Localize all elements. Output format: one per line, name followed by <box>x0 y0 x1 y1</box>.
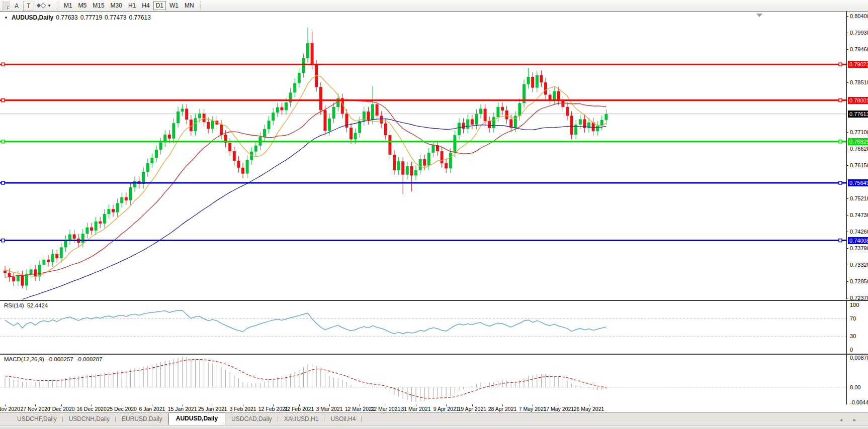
tab-usdcnh-daily[interactable]: USDCNH,Daily <box>63 413 116 425</box>
tab-xauusd-h1[interactable]: XAUUSD,H1 <box>278 413 325 425</box>
tab-scroll-arrows[interactable]: ◄ ► <box>839 417 861 422</box>
price-axis-label: 0.78510 <box>850 79 868 85</box>
rsi-axis-label: 0 <box>850 347 853 353</box>
dropdown-triangle-icon[interactable]: ▼ <box>4 16 8 20</box>
timeframe-button-mn[interactable]: MN <box>182 1 197 10</box>
price-chart-panel[interactable]: ▼ AUDUSD,Daily 0.77633 0.77719 0.77473 0… <box>0 11 868 299</box>
candles-series <box>4 28 607 290</box>
shapes-tool-button[interactable]: ▼ <box>35 1 54 10</box>
price-axis-label: 0.79460 <box>850 46 868 52</box>
horizontal-line[interactable] <box>0 239 846 242</box>
date-axis-label: 9 Apr 2021 <box>433 406 459 412</box>
price-tick <box>846 265 848 265</box>
date-axis-label: 18 Nov 2020 <box>0 406 20 412</box>
price-axis-label: 0.73790 <box>850 245 868 251</box>
price-axis-label: 0.79930 <box>850 30 868 36</box>
date-axis-label: 25 Jan 2021 <box>198 406 227 412</box>
macd-axis-label: 0.008782 <box>850 355 868 361</box>
drawing-tools: AT <box>11 1 35 11</box>
date-axis-label: 19 Apr 2021 <box>458 406 486 412</box>
horizontal-line[interactable] <box>0 140 846 143</box>
horizontal-line[interactable] <box>0 99 846 102</box>
toolbar-separator <box>200 2 201 10</box>
timeframe-button-h1[interactable]: H1 <box>126 1 138 10</box>
horizontal-line[interactable] <box>0 181 846 184</box>
status-bar <box>0 425 868 429</box>
date-axis-label: 7 May 2021 <box>519 406 547 412</box>
tab-usdchf-daily[interactable]: USDCHF,Daily <box>11 413 63 425</box>
date-axis-label: 6 Jan 2021 <box>139 406 165 412</box>
rsi-axis-label: 70 <box>850 315 856 321</box>
price-tick <box>846 198 848 199</box>
timeframe-button-d1[interactable]: D1 <box>153 1 166 10</box>
tab-usoil-h4[interactable]: USOil,H4 <box>324 413 362 425</box>
hline-price-label: 0.79023 <box>848 61 868 68</box>
price-tick <box>846 16 848 17</box>
text-tool-button[interactable]: T <box>23 2 34 11</box>
font-tool-button[interactable]: A <box>11 2 22 11</box>
price-tick <box>846 149 848 149</box>
macd-axis-label: 0.00 <box>850 384 860 390</box>
date-axis-label: 27 Nov 2020 <box>20 406 50 412</box>
timeframe-button-w1[interactable]: W1 <box>167 1 181 10</box>
macd-indicator-panel[interactable]: MACD(12,26,9)-0.000257-0.000287 0.008782… <box>0 354 868 405</box>
chart-title: ▼ AUDUSD,Daily 0.77633 0.77719 0.77473 0… <box>4 14 151 21</box>
price-tick <box>846 215 848 216</box>
timeframe-buttons: M1M5M15M30H1H4D1W1MN <box>61 1 197 10</box>
moving-average-8 <box>5 75 606 276</box>
date-axis-label: 22 Feb 2021 <box>284 406 314 412</box>
hline-price-label: 0.76825 <box>848 138 868 145</box>
date-axis-label: 25 Dec 2020 <box>107 406 137 412</box>
rsi-indicator-panel[interactable]: RSI(14)52.4424 10070300 <box>0 300 868 354</box>
diamond-outline-icon <box>40 3 46 8</box>
tab-eurusd-daily[interactable]: EURUSD,Daily <box>116 413 168 425</box>
ohlc-open: 0.77633 <box>56 14 77 21</box>
rsi-label: RSI(14)52.4424 <box>4 302 48 308</box>
tab-usdcad-daily[interactable]: USDCAD,Daily <box>225 413 278 425</box>
date-axis-label: 26 May 2021 <box>574 406 604 412</box>
timeframe-button-h4[interactable]: H4 <box>139 1 152 10</box>
chart-tab-bar: USDCHF,DailyUSDCNH,DailyEURUSD,DailyAUDU… <box>0 412 868 425</box>
ohlc-close: 0.77613 <box>129 14 150 21</box>
rsi-axis-label: 30 <box>850 333 856 339</box>
price-axis-label: 0.73320 <box>850 262 868 268</box>
price-axis-label: 0.77100 <box>850 129 868 135</box>
price-axis-label: 0.76620 <box>850 146 868 152</box>
current-price-label: 0.77613 <box>848 111 868 118</box>
rsi-line <box>5 310 606 334</box>
macd-signal-line <box>5 360 606 398</box>
timeframe-button-m30[interactable]: M30 <box>108 1 125 10</box>
timeframe-button-m5[interactable]: M5 <box>76 1 90 10</box>
toolbar-separator <box>57 2 58 10</box>
date-axis-label: 3 Mar 2021 <box>316 406 342 412</box>
chart-shift-marker-icon <box>756 14 762 17</box>
hline-price-label: 0.74008 <box>848 237 868 244</box>
price-axis-label: 0.75210 <box>850 195 868 201</box>
date-axis-label: 28 Apr 2021 <box>488 406 517 412</box>
toolbar-grip-icon[interactable]: F <box>2 1 10 10</box>
date-axis-label: 17 May 2021 <box>543 406 574 412</box>
date-axis-label: 12 Feb 2021 <box>258 406 288 412</box>
timeframe-button-m1[interactable]: M1 <box>61 1 75 10</box>
price-axis-label: 0.76150 <box>850 162 868 168</box>
date-axis-label: 15 Jan 2021 <box>168 406 197 412</box>
rsi-axis-label: 100 <box>850 302 859 308</box>
macd-label: MACD(12,26,9)-0.000257-0.000287 <box>4 356 102 362</box>
date-axis[interactable]: 18 Nov 202027 Nov 20207 Dec 202016 Dec 2… <box>0 404 868 412</box>
price-tick <box>846 132 848 133</box>
tab-audusd-daily[interactable]: AUDUSD,Daily <box>168 412 225 425</box>
ohlc-low: 0.77473 <box>105 14 126 21</box>
macd-histogram <box>5 357 606 402</box>
horizontal-line[interactable] <box>0 63 846 66</box>
price-tick <box>846 49 848 50</box>
timeframe-button-m15[interactable]: M15 <box>90 1 107 10</box>
price-axis-label: 0.74730 <box>850 212 868 218</box>
price-tick <box>846 232 848 232</box>
hline-price-label: 0.78001 <box>848 97 868 104</box>
price-tick <box>846 82 848 83</box>
chevron-down-icon: ▼ <box>47 4 51 8</box>
date-axis-label: 22 Mar 2021 <box>371 406 400 412</box>
moving-average-50 <box>5 119 606 300</box>
chart-symbol: AUDUSD,Daily <box>12 14 53 21</box>
price-axis-label: 0.72850 <box>850 278 868 284</box>
